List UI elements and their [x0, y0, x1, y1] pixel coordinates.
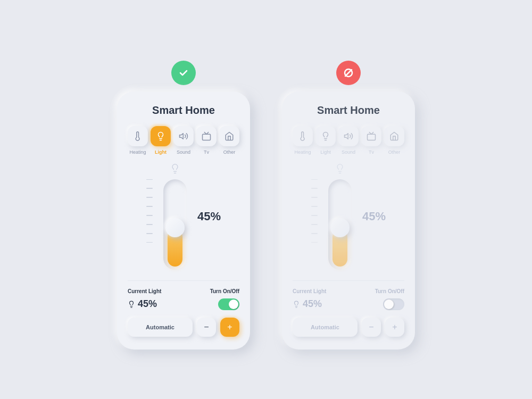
inactive-toggle[interactable] — [383, 298, 404, 310]
inactive-sound-label: Sound — [342, 149, 355, 155]
active-sound-icon-box — [173, 126, 194, 146]
active-categories: Heating Light — [128, 126, 239, 155]
active-status-icon — [171, 61, 196, 85]
inactive-phone-wrapper: Smart Home Heating — [282, 61, 415, 350]
inactive-light-value-row: 45% — [293, 298, 404, 310]
active-cat-heating[interactable]: Heating — [128, 126, 148, 155]
active-plus-button[interactable]: + — [220, 318, 239, 337]
inactive-buttons-row: Automatic − + — [293, 318, 404, 337]
inactive-tv-label: Tv — [369, 149, 374, 155]
inactive-other-icon-box — [384, 126, 404, 146]
active-bottom-labels: Current Light Turn On/Off — [128, 288, 239, 294]
active-cat-tv[interactable]: Tv — [196, 126, 217, 155]
active-bulb-top-icon — [170, 163, 180, 174]
inactive-slider-handle[interactable] — [330, 218, 350, 237]
inactive-slider-track[interactable] — [328, 179, 352, 270]
inactive-cat-heating[interactable]: Heating — [293, 126, 313, 155]
active-heating-icon-box — [128, 126, 148, 146]
active-cat-light[interactable]: Light — [151, 126, 171, 155]
svg-point-0 — [178, 67, 189, 79]
active-buttons-row: Automatic − + — [128, 318, 239, 337]
inactive-other-label: Other — [388, 149, 401, 155]
inactive-cat-tv[interactable]: Tv — [361, 126, 381, 155]
main-container: Smart Home Heating — [117, 50, 415, 350]
inactive-cat-light[interactable]: Light — [315, 126, 336, 155]
inactive-title: Smart Home — [293, 104, 404, 117]
active-turn-on-off-label: Turn On/Off — [210, 288, 239, 294]
active-phone-wrapper: Smart Home Heating — [117, 61, 250, 350]
svg-marker-3 — [180, 133, 184, 139]
inactive-card: Smart Home Heating — [282, 92, 415, 350]
inactive-heating-label: Heating — [294, 149, 311, 155]
active-cat-other[interactable]: Other — [219, 126, 239, 155]
inactive-sound-icon-box — [338, 126, 359, 146]
inactive-plus-button[interactable]: + — [385, 318, 404, 337]
inactive-status-icon — [336, 61, 361, 85]
inactive-heating-icon-box — [293, 126, 313, 146]
active-slider-percent: 45% — [197, 210, 221, 223]
active-slider-area: 45% — [128, 163, 239, 270]
inactive-toggle-thumb — [384, 300, 394, 309]
inactive-bottom-section: Current Light Turn On/Off 45% — [293, 280, 404, 337]
active-sound-label: Sound — [177, 149, 190, 155]
inactive-tv-icon-box — [361, 126, 381, 146]
inactive-scale-lines — [311, 179, 318, 243]
active-slider-track-wrapper — [163, 163, 187, 270]
active-bottom-section: Current Light Turn On/Off 45% — [128, 280, 239, 337]
inactive-categories: Heating Light — [293, 126, 404, 155]
inactive-slider-track-wrapper — [328, 163, 352, 270]
active-light-label: Light — [155, 149, 167, 155]
inactive-bulb-top-icon — [335, 163, 345, 174]
inactive-bulb-sm-icon — [293, 301, 300, 308]
active-toggle-thumb — [229, 300, 238, 309]
active-tv-icon-box — [196, 126, 217, 146]
inactive-minus-button[interactable]: − — [362, 318, 381, 337]
svg-rect-15 — [368, 134, 376, 140]
inactive-automatic-button[interactable]: Automatic — [293, 318, 358, 337]
svg-rect-4 — [203, 134, 211, 140]
active-title: Smart Home — [128, 104, 239, 117]
active-heating-label: Heating — [129, 149, 146, 155]
active-automatic-button[interactable]: Automatic — [128, 318, 193, 337]
inactive-cat-other[interactable]: Other — [384, 126, 404, 155]
active-light-icon-box — [151, 126, 171, 146]
inactive-slider-area: 45% — [293, 163, 404, 270]
inactive-current-light-label: Current Light — [293, 288, 326, 294]
active-other-label: Other — [223, 149, 236, 155]
active-scale-lines — [146, 179, 153, 243]
active-toggle[interactable] — [218, 298, 239, 310]
active-bulb-sm-icon — [128, 301, 135, 308]
active-card: Smart Home Heating — [117, 92, 250, 350]
active-light-value-row: 45% — [128, 298, 239, 310]
active-light-value: 45% — [128, 298, 157, 310]
inactive-light-label: Light — [320, 149, 331, 155]
active-cat-sound[interactable]: Sound — [173, 126, 194, 155]
active-slider-handle[interactable] — [165, 218, 185, 237]
active-minus-button[interactable]: − — [197, 318, 216, 337]
inactive-cat-sound[interactable]: Sound — [338, 126, 359, 155]
inactive-bottom-labels: Current Light Turn On/Off — [293, 288, 404, 294]
inactive-slider-percent: 45% — [362, 210, 386, 223]
inactive-turn-on-off-label: Turn On/Off — [375, 288, 404, 294]
active-slider-track[interactable] — [163, 179, 187, 270]
inactive-light-value: 45% — [293, 298, 322, 310]
svg-marker-14 — [345, 133, 348, 139]
active-other-icon-box — [219, 126, 239, 146]
active-tv-label: Tv — [204, 149, 209, 155]
inactive-light-icon-box — [315, 126, 336, 146]
active-current-light-label: Current Light — [128, 288, 161, 294]
